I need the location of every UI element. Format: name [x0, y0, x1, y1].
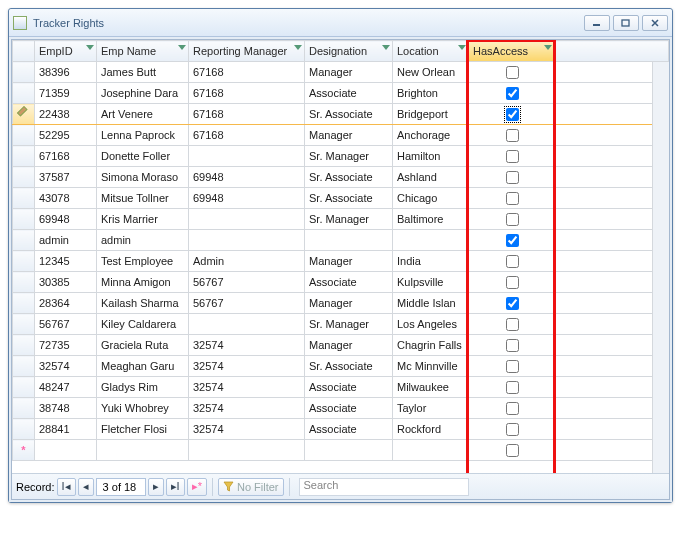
- cell-hasaccess[interactable]: [469, 335, 555, 356]
- cell-manager[interactable]: 32574: [189, 377, 305, 398]
- hasaccess-checkbox[interactable]: [506, 108, 519, 121]
- cell-manager[interactable]: [189, 314, 305, 335]
- row-selector[interactable]: [13, 230, 35, 251]
- row-selector[interactable]: [13, 209, 35, 230]
- cell-manager[interactable]: [189, 146, 305, 167]
- cell-empid[interactable]: 28364: [35, 293, 97, 314]
- cell-manager[interactable]: [189, 209, 305, 230]
- table-row[interactable]: 48247Gladys Rim32574AssociateMilwaukee: [13, 377, 669, 398]
- row-selector[interactable]: [13, 356, 35, 377]
- hasaccess-checkbox[interactable]: [506, 150, 519, 163]
- hasaccess-checkbox[interactable]: [506, 129, 519, 142]
- table-row[interactable]: 38748Yuki Whobrey32574AssociateTaylor: [13, 398, 669, 419]
- chevron-down-icon[interactable]: [178, 45, 186, 50]
- filter-toggle[interactable]: No Filter: [218, 478, 284, 496]
- column-header-empname[interactable]: Emp Name: [97, 41, 189, 62]
- cell-manager[interactable]: 67168: [189, 125, 305, 146]
- row-selector[interactable]: [13, 398, 35, 419]
- cell-empname[interactable]: Kailash Sharma: [97, 293, 189, 314]
- cell-designation[interactable]: Manager: [305, 62, 393, 83]
- cell-designation[interactable]: Associate: [305, 272, 393, 293]
- cell-designation[interactable]: Manager: [305, 293, 393, 314]
- cell-manager[interactable]: 67168: [189, 83, 305, 104]
- column-header-designation[interactable]: Designation: [305, 41, 393, 62]
- cell-empname[interactable]: Gladys Rim: [97, 377, 189, 398]
- cell-manager[interactable]: 32574: [189, 335, 305, 356]
- hasaccess-checkbox[interactable]: [506, 423, 519, 436]
- cell-manager[interactable]: 67168: [189, 104, 305, 125]
- table-row[interactable]: 67168Donette FollerSr. ManagerHamilton: [13, 146, 669, 167]
- cell-empname[interactable]: Fletcher Flosi: [97, 419, 189, 440]
- table-row[interactable]: 69948Kris MarrierSr. ManagerBaltimore: [13, 209, 669, 230]
- row-selector[interactable]: [13, 293, 35, 314]
- hasaccess-checkbox[interactable]: [506, 171, 519, 184]
- maximize-button[interactable]: [613, 15, 639, 31]
- hasaccess-checkbox[interactable]: [506, 381, 519, 394]
- cell-location[interactable]: Chagrin Falls: [393, 335, 469, 356]
- cell-empname[interactable]: Donette Foller: [97, 146, 189, 167]
- cell-location[interactable]: [393, 230, 469, 251]
- cell-manager[interactable]: Admin: [189, 251, 305, 272]
- cell-empname[interactable]: James Butt: [97, 62, 189, 83]
- cell-hasaccess[interactable]: [469, 230, 555, 251]
- row-selector[interactable]: [13, 251, 35, 272]
- table-row[interactable]: 38396James Butt67168ManagerNew Orlean: [13, 62, 669, 83]
- cell-empid[interactable]: 28841: [35, 419, 97, 440]
- row-selector[interactable]: [13, 419, 35, 440]
- vertical-scrollbar[interactable]: [652, 62, 669, 473]
- cell-empid[interactable]: 52295: [35, 125, 97, 146]
- nav-new-button[interactable]: ▸*: [187, 478, 207, 496]
- nav-last-button[interactable]: ▸I: [166, 478, 185, 496]
- nav-next-button[interactable]: ▸: [148, 478, 164, 496]
- cell-empname[interactable]: Mitsue Tollner: [97, 188, 189, 209]
- cell-hasaccess[interactable]: [469, 251, 555, 272]
- cell-location[interactable]: Hamilton: [393, 146, 469, 167]
- chevron-down-icon[interactable]: [86, 45, 94, 50]
- cell-empid[interactable]: 37587: [35, 167, 97, 188]
- hasaccess-checkbox[interactable]: [506, 255, 519, 268]
- cell-hasaccess[interactable]: [469, 419, 555, 440]
- cell-hasaccess[interactable]: [469, 398, 555, 419]
- row-selector[interactable]: [13, 335, 35, 356]
- cell-empid[interactable]: 38748: [35, 398, 97, 419]
- record-position[interactable]: 3 of 18: [96, 478, 146, 496]
- cell-empname[interactable]: Test Employee: [97, 251, 189, 272]
- table-row[interactable]: 56767Kiley CaldareraSr. ManagerLos Angel…: [13, 314, 669, 335]
- cell-location[interactable]: Anchorage: [393, 125, 469, 146]
- cell-manager[interactable]: 56767: [189, 293, 305, 314]
- table-row[interactable]: 71359Josephine Dara67168AssociateBrighto…: [13, 83, 669, 104]
- cell-empid[interactable]: 56767: [35, 314, 97, 335]
- table-row[interactable]: 72735Graciela Ruta32574ManagerChagrin Fa…: [13, 335, 669, 356]
- cell-location[interactable]: New Orlean: [393, 62, 469, 83]
- column-header-location[interactable]: Location: [393, 41, 469, 62]
- cell-empid[interactable]: admin: [35, 230, 97, 251]
- cell-hasaccess[interactable]: [469, 272, 555, 293]
- table-row[interactable]: 28841Fletcher Flosi32574AssociateRockfor…: [13, 419, 669, 440]
- hasaccess-checkbox[interactable]: [506, 339, 519, 352]
- cell-empname[interactable]: Graciela Ruta: [97, 335, 189, 356]
- cell-designation[interactable]: Sr. Associate: [305, 104, 393, 125]
- cell-empid[interactable]: 69948: [35, 209, 97, 230]
- table-row[interactable]: 32574Meaghan Garu32574Sr. AssociateMc Mi…: [13, 356, 669, 377]
- cell-designation[interactable]: Associate: [305, 83, 393, 104]
- cell-hasaccess[interactable]: [469, 104, 555, 125]
- select-all-header[interactable]: [13, 41, 35, 62]
- cell-empid[interactable]: 67168: [35, 146, 97, 167]
- cell-empname[interactable]: Kiley Caldarera: [97, 314, 189, 335]
- cell-empid[interactable]: 30385: [35, 272, 97, 293]
- cell-designation[interactable]: Manager: [305, 251, 393, 272]
- cell-empname[interactable]: Simona Moraso: [97, 167, 189, 188]
- cell-location[interactable]: Kulpsville: [393, 272, 469, 293]
- cell-designation[interactable]: Sr. Manager: [305, 314, 393, 335]
- cell-location[interactable]: Baltimore: [393, 209, 469, 230]
- close-button[interactable]: [642, 15, 668, 31]
- hasaccess-checkbox[interactable]: [506, 402, 519, 415]
- cell-empid[interactable]: 12345: [35, 251, 97, 272]
- hasaccess-checkbox[interactable]: [506, 66, 519, 79]
- row-selector[interactable]: [13, 167, 35, 188]
- table-row[interactable]: 22438Art Venere67168Sr. AssociateBridgep…: [13, 104, 669, 125]
- hasaccess-checkbox[interactable]: [506, 444, 519, 457]
- cell-location[interactable]: Milwaukee: [393, 377, 469, 398]
- table-row[interactable]: 52295Lenna Paprock67168ManagerAnchorage: [13, 125, 669, 146]
- cell-location[interactable]: Ashland: [393, 167, 469, 188]
